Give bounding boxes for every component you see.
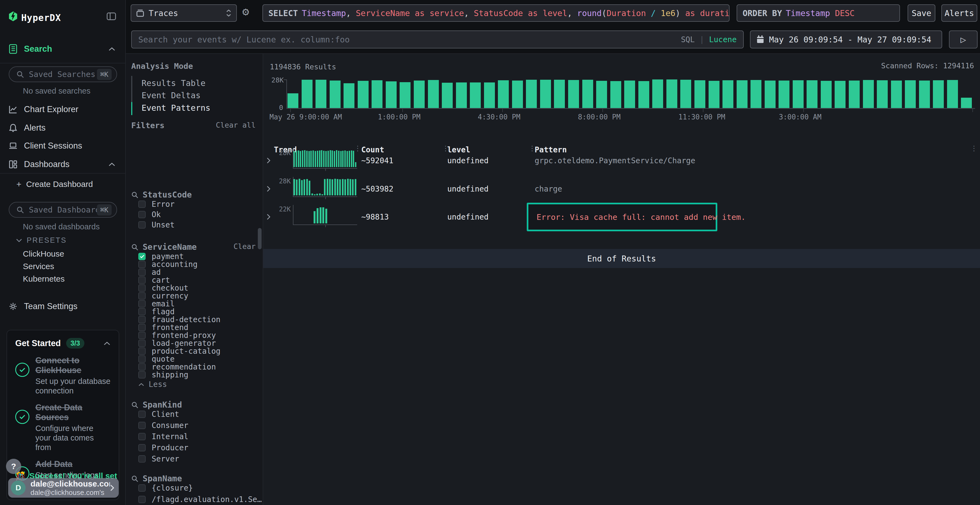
- histogram-bar[interactable]: [807, 80, 818, 108]
- sidebar-collapse-icon[interactable]: [107, 13, 116, 20]
- histogram-bar[interactable]: [947, 80, 958, 108]
- order-by-field[interactable]: ORDER BY Timestamp DESC: [737, 4, 900, 22]
- histogram-bar[interactable]: [526, 80, 537, 108]
- histogram-bar[interactable]: [315, 80, 326, 108]
- checkbox[interactable]: [138, 371, 146, 378]
- search-icon[interactable]: [131, 475, 138, 482]
- histogram-bar[interactable]: [778, 81, 789, 108]
- histogram-bar[interactable]: [399, 82, 410, 108]
- event-search-bar[interactable]: SQL | Lucene: [131, 30, 744, 48]
- histogram-bar[interactable]: [344, 83, 355, 108]
- histogram-bar[interactable]: [835, 81, 846, 108]
- histogram-bar[interactable]: [722, 80, 733, 108]
- histogram-bar[interactable]: [624, 81, 635, 108]
- histogram-bar[interactable]: [582, 80, 593, 108]
- histogram-bar[interactable]: [849, 81, 860, 108]
- search-icon[interactable]: [131, 243, 138, 251]
- saved-dashboards-search[interactable]: ⌘K: [9, 202, 117, 218]
- checkbox[interactable]: [138, 308, 146, 315]
- source-select[interactable]: Traces: [130, 4, 237, 22]
- histogram-bar[interactable]: [610, 81, 621, 108]
- histogram-bar[interactable]: [751, 80, 761, 108]
- histogram-bar[interactable]: [596, 81, 607, 108]
- histogram-bar[interactable]: [568, 80, 579, 108]
- save-button[interactable]: Save: [908, 4, 935, 22]
- checkbox[interactable]: [138, 496, 146, 503]
- saved-dashboards-input[interactable]: [29, 205, 97, 214]
- expand-row-icon[interactable]: [267, 214, 270, 220]
- scrollbar-thumb[interactable]: [258, 228, 262, 249]
- histogram-bar[interactable]: [891, 81, 902, 108]
- checkbox[interactable]: [138, 348, 146, 355]
- checkbox[interactable]: [138, 332, 146, 339]
- expand-row-icon[interactable]: [267, 186, 270, 192]
- histogram-bar[interactable]: [470, 83, 481, 108]
- checkbox[interactable]: [138, 253, 146, 260]
- sidebar-item-chart-explorer[interactable]: Chart Explorer: [0, 101, 125, 118]
- filter-option-ok[interactable]: Ok: [138, 210, 161, 219]
- histogram-bar[interactable]: [302, 80, 312, 108]
- filter-option-server[interactable]: Server: [138, 454, 179, 464]
- saved-searches-search[interactable]: ⌘K: [9, 67, 117, 82]
- column-menu-icon[interactable]: ⋮: [442, 144, 449, 152]
- analysis-mode-results-table[interactable]: Results Table: [142, 78, 205, 88]
- source-settings-gear-icon[interactable]: ⚙: [242, 6, 249, 17]
- filter-option-error[interactable]: Error: [138, 200, 175, 209]
- get-started-step[interactable]: Connect to ClickHouseSet up your databas…: [15, 356, 111, 395]
- checkbox[interactable]: [138, 292, 146, 300]
- checkbox[interactable]: [138, 200, 146, 208]
- histogram-bar[interactable]: [386, 81, 397, 108]
- column-header-pattern[interactable]: Pattern: [535, 145, 567, 154]
- histogram-bar[interactable]: [680, 80, 691, 108]
- select-clause-field[interactable]: SELECT Timestamp, ServiceName as service…: [262, 4, 730, 22]
- histogram-bar[interactable]: [821, 81, 832, 108]
- histogram-bar[interactable]: [554, 80, 565, 108]
- histogram-bar[interactable]: [498, 80, 509, 108]
- filter-option-consumer[interactable]: Consumer: [138, 421, 188, 430]
- histogram-bar[interactable]: [288, 93, 298, 108]
- event-search-input[interactable]: [132, 35, 681, 44]
- checkbox[interactable]: [138, 221, 146, 229]
- error-pattern-highlight[interactable]: Error: Visa cache full: cannot add new i…: [527, 203, 717, 231]
- histogram-bar[interactable]: [667, 79, 677, 108]
- sidebar-preset-kubernetes[interactable]: Kubernetes: [23, 274, 65, 284]
- saved-searches-input[interactable]: [29, 70, 97, 79]
- filter-option--flagd-evaluation-v1-se-[interactable]: /flagd.evaluation.v1.Se…: [138, 495, 262, 504]
- cell-pattern[interactable]: grpc.oteldemo.PaymentService/Charge: [535, 156, 695, 165]
- histogram-bar[interactable]: [456, 83, 467, 108]
- help-button[interactable]: ?: [6, 459, 21, 474]
- histogram-bar[interactable]: [638, 81, 649, 108]
- checkbox[interactable]: [138, 211, 146, 218]
- time-range-picker[interactable]: May 26 09:09:54 - May 27 09:09:54: [750, 30, 942, 48]
- checkbox[interactable]: [138, 444, 146, 451]
- histogram-bar[interactable]: [428, 80, 439, 108]
- histogram-bar[interactable]: [652, 79, 663, 108]
- histogram-bar[interactable]: [484, 83, 495, 108]
- chevron-up-icon[interactable]: [108, 162, 115, 167]
- search-icon[interactable]: [131, 191, 138, 199]
- checkbox[interactable]: [138, 340, 146, 347]
- filter-option--closure-[interactable]: {closure}: [138, 483, 193, 492]
- histogram-bar[interactable]: [961, 98, 972, 108]
- run-query-button[interactable]: ▷: [949, 30, 978, 48]
- histogram-bar[interactable]: [330, 81, 340, 108]
- histogram-bar[interactable]: [905, 80, 916, 108]
- analysis-mode-event-deltas[interactable]: Event Deltas: [142, 91, 200, 100]
- column-menu-icon[interactable]: ⋮: [970, 144, 978, 152]
- sidebar-preset-clickhouse[interactable]: ClickHouse: [23, 249, 64, 259]
- sidebar-item-dashboards[interactable]: Dashboards: [0, 156, 125, 173]
- language-toggle-sql[interactable]: SQL: [681, 35, 695, 44]
- checkbox[interactable]: [138, 433, 146, 440]
- sidebar-item-alerts[interactable]: Alerts: [0, 119, 125, 137]
- create-dashboard-button[interactable]: + Create Dashboard: [0, 178, 125, 191]
- checkbox[interactable]: [138, 268, 146, 276]
- checkbox[interactable]: [138, 300, 146, 308]
- histogram-bar[interactable]: [863, 80, 874, 108]
- sidebar-item-team-settings[interactable]: Team Settings: [0, 298, 125, 315]
- histogram-bar[interactable]: [414, 81, 425, 108]
- language-toggle-lucene[interactable]: Lucene: [709, 35, 737, 44]
- histogram-bar[interactable]: [919, 81, 930, 108]
- histogram-bar[interactable]: [877, 80, 888, 108]
- user-menu[interactable]: D dale@clickhouse.com dale@clickhouse.co…: [8, 478, 119, 498]
- histogram-bar[interactable]: [793, 80, 803, 108]
